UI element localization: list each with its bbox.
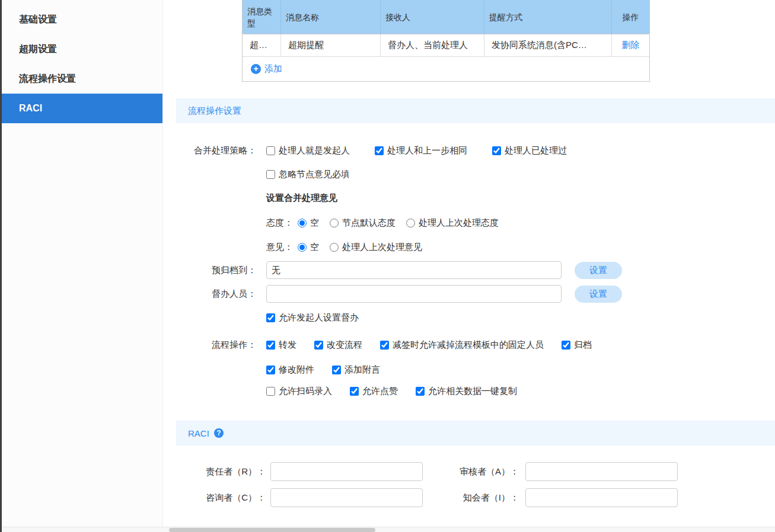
checkbox-allow-one-click-copy[interactable]: 允许相关数据一键复制 xyxy=(416,386,517,397)
merge-opinion-title: 设置合并处理意见 xyxy=(266,193,337,204)
merge-strategy-label: 合并处理策略： xyxy=(176,145,266,156)
checkbox-allow-one-click-copy-input[interactable] xyxy=(416,387,425,396)
checkbox-add-postscript[interactable]: 添加附言 xyxy=(332,364,380,376)
horizontal-scrollbar[interactable] xyxy=(0,527,775,532)
checkbox-archive-input[interactable] xyxy=(562,341,570,350)
sidebar-item-process-operation-settings[interactable]: 流程操作设置 xyxy=(0,64,162,94)
checkbox-modify-attachment-input[interactable] xyxy=(266,366,275,374)
supervisor-set-button[interactable]: 设置 xyxy=(575,286,622,303)
radio-attitude-last-handled[interactable]: 处理人上次处理态度 xyxy=(406,217,499,229)
supervisor-input[interactable] xyxy=(266,285,562,303)
checkbox-forward[interactable]: 转发 xyxy=(266,339,296,351)
checkbox-handler-is-initiator-input[interactable] xyxy=(266,146,275,155)
checkbox-allow-initiator-supervise[interactable]: 允许发起人设置督办 xyxy=(266,312,359,323)
checkbox-label: 允许发起人设置督办 xyxy=(279,312,359,323)
checkbox-change-process[interactable]: 改变流程 xyxy=(314,339,362,351)
radio-attitude-empty[interactable]: 空 xyxy=(298,217,319,229)
raci-row-1: 责任者（R）： 审核者（A）： xyxy=(176,462,775,481)
supervisor-row: 督办人员： 设置 xyxy=(176,285,775,303)
table-header-message-type: 消息类型 xyxy=(243,0,281,34)
sidebar-item-basic-settings[interactable]: 基础设置 xyxy=(0,5,162,34)
table-row: 超… 超期提醒 督办人、当前处理人 发协同系统消息(含PC… 删除 xyxy=(243,34,649,56)
radio-label: 节点默认态度 xyxy=(342,217,396,229)
prearchive-row: 预归档到： 设置 xyxy=(176,261,775,279)
checkbox-forward-input[interactable] xyxy=(266,341,275,350)
radio-opinion-empty-input[interactable] xyxy=(298,243,307,252)
checkbox-label: 忽略节点意见必填 xyxy=(279,169,350,180)
opinion-row: 意见： 空 处理人上次处理意见 xyxy=(176,241,775,254)
checkbox-allow-initiator-supervise-input[interactable] xyxy=(266,313,275,322)
process-operations-row-3: 允许扫码录入 允许点赞 允许相关数据一键复制 xyxy=(176,384,775,398)
checkbox-reduce-sign-fixed-members-input[interactable] xyxy=(380,341,389,350)
checkbox-archive[interactable]: 归档 xyxy=(562,339,592,351)
add-row-button[interactable]: + 添加 xyxy=(243,56,649,81)
radio-attitude-last-handled-input[interactable] xyxy=(406,219,415,227)
checkbox-allow-like-input[interactable] xyxy=(350,387,359,396)
prearchive-input[interactable] xyxy=(266,261,562,279)
radio-attitude-empty-input[interactable] xyxy=(298,219,307,227)
raci-form: 责任者（R）： 审核者（A）： 咨询者（C）： 知会者（I）： xyxy=(164,462,775,507)
checkbox-label: 处理人和上一步相同 xyxy=(387,145,467,156)
raci-accountable-input[interactable] xyxy=(525,462,678,481)
raci-responsible-input[interactable] xyxy=(270,462,423,481)
checkbox-label: 改变流程 xyxy=(327,339,362,351)
sidebar-item-overdue-settings[interactable]: 超期设置 xyxy=(0,34,162,64)
checkbox-handler-same-as-previous[interactable]: 处理人和上一步相同 xyxy=(375,145,467,156)
checkbox-add-postscript-input[interactable] xyxy=(332,366,341,374)
radio-opinion-last-handled[interactable]: 处理人上次处理意见 xyxy=(330,242,422,253)
table-header-message-name: 消息名称 xyxy=(281,0,381,34)
raci-consulted-input[interactable] xyxy=(270,488,423,507)
cell-receiver: 督办人、当前处理人 xyxy=(381,34,484,56)
message-reminder-table: 消息类型 消息名称 接收人 提醒方式 操作 超… 超期提醒 督办人、当前处理人 … xyxy=(242,0,650,82)
raci-informed-input[interactable] xyxy=(525,488,678,507)
checkbox-change-process-input[interactable] xyxy=(314,341,323,350)
prearchive-set-button[interactable]: 设置 xyxy=(575,262,622,279)
add-icon: + xyxy=(251,64,261,74)
ignore-node-opinion-row: 忽略节点意见必填 xyxy=(176,168,775,181)
checkbox-label: 处理人就是发起人 xyxy=(279,145,350,156)
checkbox-handler-already-handled-input[interactable] xyxy=(492,146,501,155)
help-icon[interactable]: ? xyxy=(214,428,224,438)
checkbox-handler-already-handled[interactable]: 处理人已处理过 xyxy=(492,145,567,156)
radio-opinion-last-handled-input[interactable] xyxy=(330,243,339,252)
process-operations-row-1: 流程操作： 转发 改变流程 减签时允许减掉流程模板中的固定人员 归档 xyxy=(176,338,775,351)
process-operations-row-2: 修改附件 添加附言 xyxy=(176,363,775,376)
checkbox-handler-is-initiator[interactable]: 处理人就是发起人 xyxy=(266,145,350,156)
checkbox-modify-attachment[interactable]: 修改附件 xyxy=(266,364,314,376)
delete-link-label[interactable]: 删除 xyxy=(622,40,640,51)
checkbox-allow-scan-entry-input[interactable] xyxy=(266,387,275,396)
checkbox-handler-same-as-previous-input[interactable] xyxy=(375,146,384,155)
checkbox-label: 转发 xyxy=(279,339,296,351)
checkbox-label: 允许点赞 xyxy=(362,386,398,397)
table-header-receiver: 接收人 xyxy=(381,0,484,34)
checkbox-label: 允许扫码录入 xyxy=(279,386,332,397)
sidebar-item-raci[interactable]: RACI xyxy=(0,94,162,123)
scrollbar-thumb[interactable] xyxy=(169,528,375,532)
merge-opinion-title-row: 设置合并处理意见 xyxy=(176,191,775,204)
radio-label: 空 xyxy=(310,242,319,253)
checkbox-ignore-node-opinion-required-input[interactable] xyxy=(266,170,275,179)
add-label: 添加 xyxy=(264,63,282,75)
raci-responsible-label: 责任者（R）： xyxy=(176,466,270,477)
checkbox-allow-scan-entry[interactable]: 允许扫码录入 xyxy=(266,386,332,397)
workflow-settings-page: 基础设置 超期设置 流程操作设置 RACI 消息类型 消息名称 接收人 提醒方式… xyxy=(0,0,775,532)
checkbox-label: 处理人已处理过 xyxy=(505,145,567,156)
checkbox-label: 归档 xyxy=(574,339,592,351)
radio-label: 空 xyxy=(310,217,319,229)
section-title-raci: RACI xyxy=(188,428,209,438)
checkbox-label: 添加附言 xyxy=(345,364,380,376)
radio-opinion-empty[interactable]: 空 xyxy=(298,242,319,253)
delete-link[interactable]: 删除 xyxy=(612,34,649,56)
cell-message-name: 超期提醒 xyxy=(281,34,381,56)
settings-sidebar: 基础设置 超期设置 流程操作设置 RACI xyxy=(0,0,163,532)
checkbox-reduce-sign-fixed-members[interactable]: 减签时允许减掉流程模板中的固定人员 xyxy=(380,339,544,351)
radio-attitude-node-default[interactable]: 节点默认态度 xyxy=(330,217,396,229)
process-operations-label: 流程操作： xyxy=(176,339,266,351)
radio-attitude-node-default-input[interactable] xyxy=(330,219,339,227)
checkbox-allow-like[interactable]: 允许点赞 xyxy=(350,386,398,397)
raci-accountable-label: 审核者（A）： xyxy=(423,466,525,477)
process-operations-form: 合并处理策略： 处理人就是发起人 处理人和上一步相同 处理人已处理过 xyxy=(164,144,775,398)
left-edge-strip xyxy=(0,0,2,532)
checkbox-ignore-node-opinion-required[interactable]: 忽略节点意见必填 xyxy=(266,169,350,180)
cell-message-type: 超… xyxy=(243,34,281,56)
